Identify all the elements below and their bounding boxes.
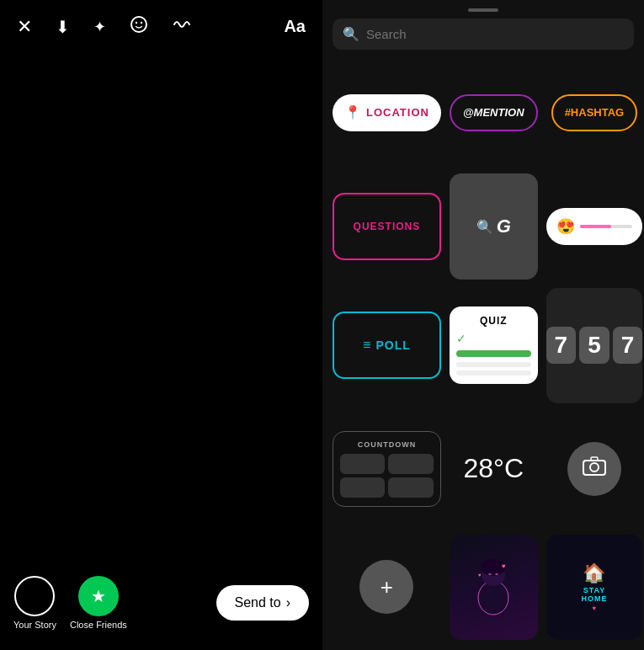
- quiz-title: QUIZ: [480, 315, 508, 327]
- girl-giphy-svg: ♥ ♥: [468, 556, 519, 619]
- svg-point-0: [131, 17, 146, 32]
- sticker-giphy-girl[interactable]: ♥ ♥: [450, 535, 538, 640]
- flip-digit-7b: 7: [613, 327, 643, 364]
- face-icon[interactable]: [130, 15, 148, 38]
- your-story-option[interactable]: Your Story: [13, 576, 56, 630]
- poll-icon: ≡: [363, 338, 370, 353]
- svg-point-4: [590, 463, 599, 472]
- gif-letter: G: [497, 216, 511, 237]
- sticker-stay-home[interactable]: 🏠 STAYHOME ♥: [546, 535, 643, 640]
- svg-rect-5: [591, 457, 598, 461]
- slider-track: [580, 225, 633, 228]
- text-tool-icon[interactable]: Aa: [284, 17, 306, 36]
- sticker-location[interactable]: 📍 LOCATION: [333, 60, 441, 165]
- sticker-emoji-slider[interactable]: 😍: [546, 173, 643, 279]
- sticker-temperature[interactable]: 28°C: [450, 412, 538, 525]
- download-icon[interactable]: ⬇: [56, 17, 70, 37]
- slider-fill: [580, 225, 612, 228]
- sticker-questions[interactable]: QUESTIONS: [333, 173, 441, 279]
- countdown-label: COUNTDOWN: [358, 440, 417, 449]
- svg-point-2: [141, 22, 142, 24]
- your-story-circle[interactable]: [14, 576, 55, 616]
- send-arrow-icon: ›: [286, 595, 290, 610]
- svg-point-1: [136, 22, 137, 24]
- squiggle-icon[interactable]: [172, 15, 190, 38]
- sticker-hashtag[interactable]: #HASHTAG: [546, 60, 643, 165]
- temperature-value: 28°C: [463, 453, 524, 484]
- sticker-gif-search[interactable]: 🔍 G: [450, 173, 538, 279]
- drag-handle[interactable]: [468, 8, 498, 12]
- bottom-bar: Your Story ★ Close Friends Send to ›: [0, 566, 322, 650]
- stay-home-label: STAYHOME: [581, 586, 607, 603]
- svg-text:♥: ♥: [502, 562, 506, 570]
- search-input[interactable]: [366, 27, 624, 41]
- poll-label: POLL: [375, 338, 410, 352]
- svg-text:♥: ♥: [478, 573, 482, 578]
- close-friends-label: Close Friends: [70, 620, 127, 630]
- sticker-grid: 📍 LOCATION @MENTION #HASHTAG QUESTIONS 🔍…: [322, 60, 644, 650]
- sticker-flip-clock[interactable]: 7 5 7: [546, 288, 643, 403]
- send-to-label: Send to: [235, 595, 281, 610]
- camera-icon: [583, 456, 606, 482]
- sparkle-icon[interactable]: ✦: [93, 18, 106, 36]
- left-panel: ✕ ⬇ ✦ Aa Your Story ★ Close: [0, 0, 322, 650]
- top-toolbar: ✕ ⬇ ✦ Aa: [0, 0, 322, 46]
- countdown-boxes: [340, 454, 434, 498]
- quiz-lines: [456, 362, 531, 376]
- search-icon: 🔍: [343, 26, 359, 42]
- quiz-bar: [456, 350, 531, 357]
- sticker-quiz[interactable]: QUIZ ✓: [450, 288, 538, 403]
- canvas-area: [0, 46, 322, 566]
- flip-digit-7: 7: [546, 327, 577, 364]
- search-gif-icon: 🔍: [476, 219, 493, 235]
- questions-label: QUESTIONS: [354, 221, 421, 232]
- sticker-camera[interactable]: [546, 412, 643, 525]
- right-panel: 🔍 📍 LOCATION @MENTION #HASHTAG QUESTIONS: [322, 0, 644, 650]
- location-label: LOCATION: [366, 106, 429, 119]
- close-friends-option[interactable]: ★ Close Friends: [70, 576, 127, 630]
- close-icon[interactable]: ✕: [17, 16, 32, 38]
- search-bar: 🔍: [333, 19, 634, 50]
- hashtag-label: #HASHTAG: [565, 106, 625, 119]
- location-pin-icon: 📍: [344, 104, 361, 120]
- flip-digit-5: 5: [579, 327, 609, 364]
- sticker-poll[interactable]: ≡ POLL: [333, 288, 441, 403]
- sticker-add-giphy[interactable]: +: [333, 535, 441, 640]
- sticker-countdown[interactable]: COUNTDOWN: [333, 412, 441, 525]
- quiz-check-icon: ✓: [456, 332, 466, 345]
- send-to-button[interactable]: Send to ›: [216, 585, 309, 621]
- emoji-icon: 😍: [556, 217, 575, 236]
- mention-label: @MENTION: [463, 106, 524, 119]
- add-giphy-icon: +: [381, 574, 393, 600]
- close-friends-circle[interactable]: ★: [78, 576, 119, 616]
- your-story-label: Your Story: [13, 620, 56, 630]
- sticker-mention[interactable]: @MENTION: [450, 60, 538, 165]
